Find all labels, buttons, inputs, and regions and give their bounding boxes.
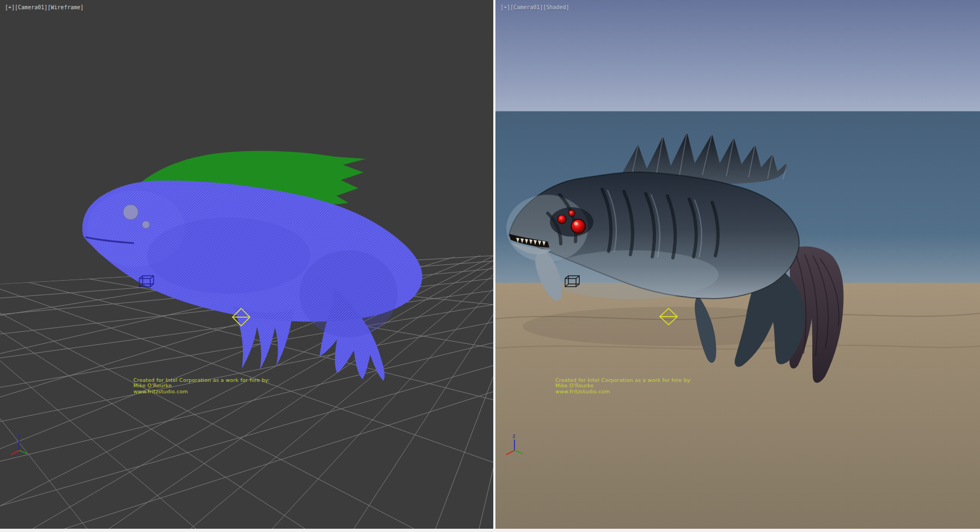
fish-eye-spot [123,205,138,220]
viewport-shading-menu[interactable]: [Wireframe] [47,4,83,10]
axis-y-line [19,450,27,454]
viewport-label: [+] [Camera01] [Shaded] [500,4,569,10]
credit-line: Mike O'Rourke [555,383,691,388]
credit-text: Created for Intel Corporation as a work … [555,378,691,394]
fish-eye [568,210,575,216]
sand-dune-lines [495,307,980,349]
shaded-scene [495,0,980,529]
axis-x-line [11,450,19,455]
credit-line: Mike O'Rourke [133,383,270,388]
world-axis-tripod: z [502,432,527,457]
viewport-pov-menu[interactable]: [Camera01] [510,4,543,10]
axis-z-label: z [17,433,20,439]
world-axis-tripod: z [7,432,32,457]
viewport-general-menu[interactable]: [+] [500,4,510,10]
credit-line: www.fritzstudio.com [133,389,270,394]
credit-text: Created for Intel Corporation as a work … [133,378,270,394]
fish-eye [558,215,566,224]
viewport-camera01-shaded[interactable]: [+] [Camera01] [Shaded] Created for Inte… [495,0,980,529]
fish-eye-spot [142,221,150,228]
axis-x-line [506,450,514,455]
dual-viewport-stage: [+] [Camera01] [Wireframe] Created for I… [0,0,980,532]
viewport-general-menu[interactable]: [+] [5,4,15,10]
viewport-pov-menu[interactable]: [Camera01] [15,4,47,10]
fish-pelvic-fin[interactable] [695,295,716,363]
axis-z-label: z [512,433,516,439]
fish-eye [571,219,585,233]
axis-y-line [514,450,523,454]
viewport-label: [+] [Camera01] [Wireframe] [5,4,84,10]
credit-line: www.fritzstudio.com [555,389,691,394]
viewport-shading-menu[interactable]: [Shaded] [543,4,569,10]
viewport-camera01-wireframe[interactable]: [+] [Camera01] [Wireframe] Created for I… [0,0,493,529]
wireframe-scene [0,0,493,529]
fish-eye-highlight [574,222,578,225]
